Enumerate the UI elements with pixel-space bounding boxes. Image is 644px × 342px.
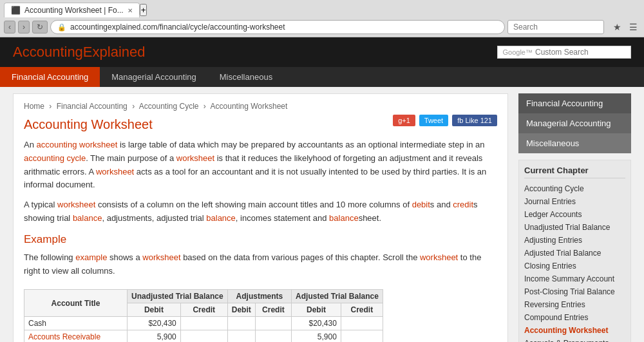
sidebar-financial-accounting[interactable]: Financial Accounting: [518, 93, 631, 113]
table-cell: [180, 317, 227, 330]
new-tab-button[interactable]: +: [140, 4, 147, 16]
breadcrumb: Home › Financial Accounting › Accounting…: [24, 102, 497, 111]
nav-bar: Financial Accounting Managerial Accounti…: [0, 67, 644, 87]
logo-black: Accounting: [13, 44, 83, 60]
forward-button[interactable]: ›: [18, 21, 30, 33]
site-search[interactable]: Google™: [497, 46, 631, 59]
table-cell: $20,430: [292, 317, 341, 330]
like-button[interactable]: fb Like 121: [452, 115, 497, 126]
link-example[interactable]: example: [75, 252, 107, 262]
browser-chrome: ⬛ Accounting Worksheet | Fo... ✕ + ‹ › ↻…: [0, 0, 644, 37]
nav-financial-accounting[interactable]: Financial Accounting: [0, 67, 100, 87]
nav-managerial-accounting[interactable]: Managerial Accounting: [100, 67, 208, 87]
site-search-input[interactable]: [535, 48, 625, 57]
link-debits[interactable]: debit: [412, 200, 430, 209]
current-chapter-section: Current Chapter Accounting CycleJournal …: [518, 160, 631, 342]
breadcrumb-home[interactable]: Home: [24, 102, 44, 111]
table-cell: $20,430: [128, 317, 181, 330]
main-content: Home › Financial Accounting › Accounting…: [13, 93, 508, 342]
chapter-link-adjusted-trial-balance[interactable]: Adjusted Trial Balance: [524, 247, 625, 260]
gplus-button[interactable]: g+1: [393, 115, 415, 126]
col-utb-credit: Credit: [180, 303, 227, 317]
col-unadjusted-header: Unadjusted Trial Balance: [128, 290, 228, 303]
social-buttons: g+1 Tweet fb Like 121: [393, 115, 497, 126]
sidebar-nav-section: Financial Accounting Managerial Accounti…: [518, 93, 631, 153]
table-cell: [341, 330, 383, 342]
link-worksheet-1[interactable]: worksheet: [176, 153, 214, 163]
link-balance-2[interactable]: balance: [206, 213, 236, 223]
link-credits[interactable]: credit: [453, 200, 473, 209]
logo-red: Explained: [83, 44, 146, 60]
tab-icon: ⬛: [11, 6, 21, 15]
menu-button[interactable]: ☰: [627, 21, 640, 33]
content-wrapper: Home › Financial Accounting › Accounting…: [0, 87, 644, 342]
table-cell: [255, 330, 291, 342]
nav-miscellaneous[interactable]: Miscellaneous: [208, 67, 284, 87]
bookmark-button[interactable]: ★: [611, 21, 624, 33]
link-worksheet-2[interactable]: worksheet: [96, 167, 134, 176]
site-header: AccountingExplained Google™: [0, 37, 644, 67]
chapter-links: Accounting CycleJournal EntriesLedger Ac…: [524, 182, 625, 342]
example-title: Example: [24, 233, 497, 246]
table-container: Account Title Unadjusted Trial Balance A…: [24, 284, 497, 342]
search-input[interactable]: [507, 20, 604, 34]
intro-paragraph-2: A typical worksheet consists of a column…: [24, 198, 497, 225]
table-cell: 5,900: [128, 330, 181, 342]
chapter-link-accounting-worksheet[interactable]: Accounting Worksheet: [524, 324, 625, 337]
col-atb-credit: Credit: [341, 303, 383, 317]
tweet-button[interactable]: Tweet: [419, 115, 448, 126]
account-name: Accounts Receivable: [24, 330, 128, 342]
chapter-link-journal-entries[interactable]: Journal Entries: [524, 195, 625, 208]
refresh-button[interactable]: ↻: [32, 21, 48, 33]
link-balance-1[interactable]: balance: [73, 213, 102, 223]
col-adjustments-header: Adjustments: [227, 290, 291, 303]
chapter-link-accruals--prepayments[interactable]: Accruals & Prepayments: [524, 337, 625, 342]
table-row: Cash$20,430$20,430: [24, 317, 383, 330]
table-cell: [255, 317, 291, 330]
chapter-link-adjusting-entries[interactable]: Adjusting Entries: [524, 234, 625, 247]
link-worksheet-3[interactable]: worksheet: [57, 200, 95, 209]
browser-actions: ★ ☰: [611, 21, 640, 33]
current-chapter-title: Current Chapter: [524, 166, 625, 178]
sidebar-managerial-accounting[interactable]: Managerial Accounting: [518, 113, 631, 133]
chapter-link-post-closing-trial-balance[interactable]: Post-Closing Trial Balance: [524, 285, 625, 298]
breadcrumb-current: Accounting Worksheet: [211, 102, 288, 111]
lock-icon: 🔒: [57, 23, 66, 32]
table-cell: [227, 330, 255, 342]
chapter-link-reversing-entries[interactable]: Reversing Entries: [524, 298, 625, 311]
worksheet-table: Account Title Unadjusted Trial Balance A…: [24, 289, 497, 342]
account-link[interactable]: Accounts Receivable: [28, 332, 100, 341]
link-accounting-worksheet[interactable]: accounting worksheet: [37, 140, 118, 149]
address-bar[interactable]: 🔒 accountingexplained.com/financial/cycl…: [50, 20, 505, 34]
intro-paragraph-1: An accounting worksheet is large table o…: [24, 138, 497, 192]
chapter-link-income-summary-account[interactable]: Income Summary Account: [524, 272, 625, 285]
chapter-link-ledger-accounts[interactable]: Ledger Accounts: [524, 208, 625, 221]
table-row: Accounts Receivable5,9005,900: [24, 330, 383, 342]
link-worksheet-4[interactable]: worksheet: [142, 252, 180, 262]
table-cell: 5,900: [292, 330, 341, 342]
back-button[interactable]: ‹: [4, 21, 15, 33]
chapter-link-unadjusted-trial-balance[interactable]: Unadjusted Trial Balance: [524, 221, 625, 234]
sidebar: Financial Accounting Managerial Accounti…: [518, 93, 631, 342]
table-cell: [180, 330, 227, 342]
browser-tab[interactable]: ⬛ Accounting Worksheet | Fo... ✕: [4, 3, 140, 17]
col-adjusted-header: Adjusted Trial Balance: [292, 290, 383, 303]
col-adj-credit: Credit: [255, 303, 291, 317]
chapter-link-closing-entries[interactable]: Closing Entries: [524, 260, 625, 272]
close-tab-button[interactable]: ✕: [128, 7, 133, 14]
col-account-title: Account Title: [24, 290, 128, 317]
breadcrumb-cycle[interactable]: Accounting Cycle: [139, 102, 199, 111]
table-cell: [227, 317, 255, 330]
col-utb-debit: Debit: [128, 303, 181, 317]
link-accounting-cycle[interactable]: accounting cycle: [24, 153, 86, 163]
col-atb-debit: Debit: [292, 303, 341, 317]
table-cell: [341, 317, 383, 330]
chapter-link-compound-entries[interactable]: Compound Entries: [524, 311, 625, 324]
chapter-link-accounting-cycle[interactable]: Accounting Cycle: [524, 182, 625, 195]
link-balance-sheet[interactable]: balance: [329, 213, 359, 223]
sidebar-miscellaneous[interactable]: Miscellaneous: [518, 133, 631, 153]
url-text: accountingexplained.com/financial/cycle/…: [70, 23, 285, 32]
breadcrumb-financial[interactable]: Financial Accounting: [57, 102, 128, 111]
col-adj-debit: Debit: [227, 303, 255, 317]
link-worksheet-5[interactable]: worksheet: [420, 252, 458, 262]
